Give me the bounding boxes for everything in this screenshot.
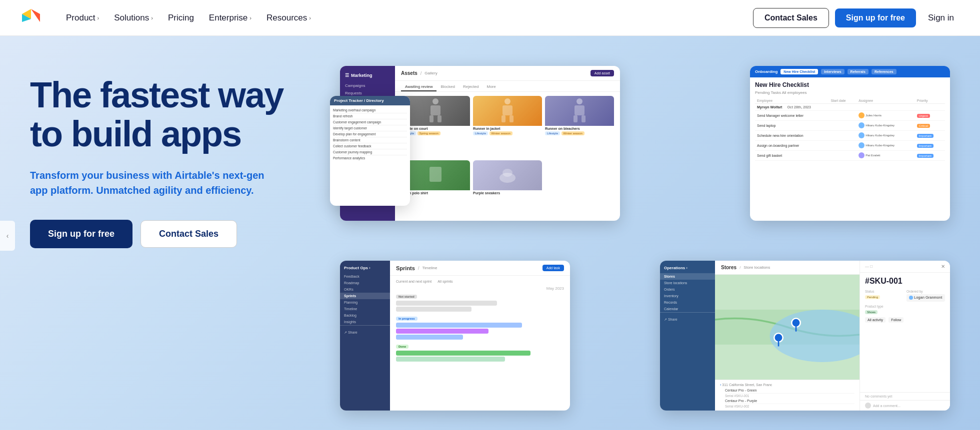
tracker-item-2[interactable]: Brand refresh <box>333 113 407 119</box>
tracker-item-5[interactable]: Develop plan for engagement <box>333 131 407 137</box>
ops-sidebar: Operations › Stores Store locations Orde… <box>660 261 715 411</box>
nav-contact-sales-button[interactable]: Contact Sales <box>753 8 829 28</box>
store-item-2[interactable]: Centaur Pro - Purple <box>725 398 854 404</box>
map-area <box>715 275 860 380</box>
table-row[interactable]: Send Manager welcome letter Jules Harris… <box>755 111 945 121</box>
nav-signin-button[interactable]: Sign in <box>922 9 960 27</box>
hero-signup-button[interactable]: Sign up for free <box>30 220 132 248</box>
nav-enterprise-chevron: › <box>250 15 252 21</box>
month-label: May 2023 <box>396 286 564 291</box>
nav-item-solutions[interactable]: Solutions › <box>108 9 159 27</box>
add-comment-placeholder[interactable]: Add a comment... <box>873 404 900 408</box>
marketing-main: Assets / Gallery Add asset Awaiting revi… <box>395 66 620 221</box>
asset-5[interactable]: Purple sneakers <box>473 160 542 217</box>
priority-badge-2: Critical <box>917 124 930 128</box>
asset-1-tag2: Spring season <box>418 131 440 135</box>
sprints-item-backlog[interactable]: Backlog <box>340 312 390 319</box>
col-priority: Priority <box>915 98 945 104</box>
sku-field-row-1: Status Pending Ordered by Logan Granmont <box>865 290 945 302</box>
ops-share[interactable]: ↗ Share <box>664 318 678 321</box>
tracker-item-4[interactable]: Identify target customer <box>333 125 407 131</box>
table-row[interactable]: Assign on-boarding partner Hikaru Kubo-K… <box>755 141 945 151</box>
onboarding-title: Onboarding <box>755 69 778 74</box>
sku-product-type-field: Product type Shoes <box>865 305 945 314</box>
col-assignee: Assignee <box>856 98 914 104</box>
nav-item-enterprise[interactable]: Enterprise › <box>203 9 258 27</box>
sprints-share[interactable]: ↗ Share <box>344 331 358 334</box>
sprints-item-okrs[interactable]: OKRs <box>340 286 390 293</box>
onboarding-employee-row: Myrvyn Wolfart Oct 28th, 2023 <box>755 104 945 111</box>
svg-rect-3 <box>432 98 438 104</box>
ops-item-records[interactable]: Records <box>660 299 715 306</box>
assignee-4: Hikaru Kubo-Kingsley <box>856 141 914 151</box>
all-activity[interactable]: All activity <box>865 317 886 323</box>
ops-item-orders[interactable]: Orders <box>660 286 715 293</box>
tracker-item-7[interactable]: Collect customer feedback <box>333 143 407 149</box>
asset-3[interactable]: Runner on bleachers Lifestyle Winter sea… <box>545 96 614 157</box>
ops-item-calendar[interactable]: Calendar <box>660 306 715 312</box>
nav-item-pricing[interactable]: Pricing <box>162 9 200 27</box>
nav-item-product[interactable]: Product › <box>60 9 105 27</box>
asset-2[interactable]: Runner in jacket Lifestyle Winter season <box>473 96 542 157</box>
logo[interactable] <box>20 7 42 29</box>
sprints-sidebar-title: Product Ops › <box>340 265 390 273</box>
table-row[interactable]: Schedule new-hire orientation Hikaru Kub… <box>755 131 945 141</box>
table-row[interactable]: Send gift basket Pat Evalett Important <box>755 151 945 161</box>
ops-item-store-locations[interactable]: Store locations <box>660 280 715 286</box>
ops-item-inventory[interactable]: Inventory <box>660 293 715 299</box>
tab-rejected[interactable]: Rejected <box>459 83 483 91</box>
asset-1[interactable]: Athlete on court Lifestyle Spring season <box>401 96 470 157</box>
nav-resources-chevron: › <box>309 15 311 21</box>
sku-field-row-2: Product type Shoes <box>865 305 945 314</box>
status-done: Done <box>396 345 408 349</box>
store-item-1[interactable]: Centaur Pro - Green <box>725 388 854 394</box>
sprints-toolbar: Sprints / Timeline Add task <box>390 261 570 276</box>
onboarding-tab-checklist[interactable]: New Hire Checklist <box>780 69 818 74</box>
tracker-item-3[interactable]: Customer engagement campaign <box>333 119 407 125</box>
tab-blocked[interactable]: Blocked <box>436 83 458 91</box>
sprints-title: Sprints <box>396 265 415 271</box>
tracker-item-6[interactable]: Brainstorm content <box>333 137 407 143</box>
ops-item-stores[interactable]: Stores <box>660 273 715 280</box>
onboarding-checklist-title: New Hire Checklist <box>755 81 945 88</box>
hero-headline: The fastest way to build apps <box>30 76 310 154</box>
add-task-button[interactable]: Add task <box>542 265 564 271</box>
onboarding-tab-interviews[interactable]: Interviews <box>821 69 844 74</box>
svg-rect-15 <box>430 167 442 182</box>
sku-status-field: Status Pending <box>865 290 904 302</box>
sprints-item-insights[interactable]: Insights <box>340 319 390 325</box>
activity-row: All activity Follow <box>865 317 945 323</box>
sprints-item-feedback[interactable]: Feedback <box>340 273 390 280</box>
sku-close-button[interactable]: ✕ <box>941 264 945 269</box>
sprints-item-planning[interactable]: Planning <box>340 299 390 306</box>
svg-rect-10 <box>510 115 514 122</box>
tracker-item-1[interactable]: Marketing overhaul campaign <box>333 107 407 113</box>
tab-more[interactable]: More <box>482 83 500 91</box>
bar-ip-1 <box>396 323 522 328</box>
add-comment-row[interactable]: Add a comment... <box>860 400 950 411</box>
ordered-by-label: Ordered by <box>906 290 945 293</box>
sku-header: — □ ✕ <box>860 261 950 273</box>
nav-signup-button[interactable]: Sign up for free <box>835 8 916 27</box>
onboarding-tab-references[interactable]: References <box>872 69 896 74</box>
table-row[interactable]: Send laptop Hikaru Kubo-Kingsley Critica… <box>755 121 945 131</box>
asset-tabs: Awaiting review Blocked Rejected More <box>395 81 620 92</box>
add-asset-button[interactable]: Add asset <box>590 70 614 76</box>
sku-id: #SKU-001 <box>860 273 950 288</box>
svg-marker-0 <box>31 9 40 22</box>
tab-awaiting[interactable]: Awaiting review <box>401 83 436 91</box>
tracker-item-8[interactable]: Customer journey mapping <box>333 149 407 155</box>
sprints-item-sprints[interactable]: Sprints <box>340 293 390 299</box>
sidebar-item-campaigns[interactable]: Campaigns <box>340 82 395 89</box>
scroll-left-button[interactable]: ‹ <box>0 221 15 251</box>
onboarding-tab-referrals[interactable]: Referrals <box>848 69 868 74</box>
nav-item-resources[interactable]: Resources › <box>260 9 317 27</box>
follow-button[interactable]: Follow <box>888 317 904 323</box>
sprints-item-roadmap[interactable]: Roadmap <box>340 280 390 286</box>
hero-contact-button[interactable]: Contact Sales <box>140 220 237 248</box>
asset-4[interactable]: Green polo shirt <box>401 160 470 217</box>
sprints-item-timeline[interactable]: Timeline <box>340 306 390 312</box>
tracker-item-9[interactable]: Performance analytics <box>333 155 407 161</box>
assets-title: Assets <box>401 70 418 76</box>
store-serial-2: Serial #SKU-002 <box>725 404 854 409</box>
